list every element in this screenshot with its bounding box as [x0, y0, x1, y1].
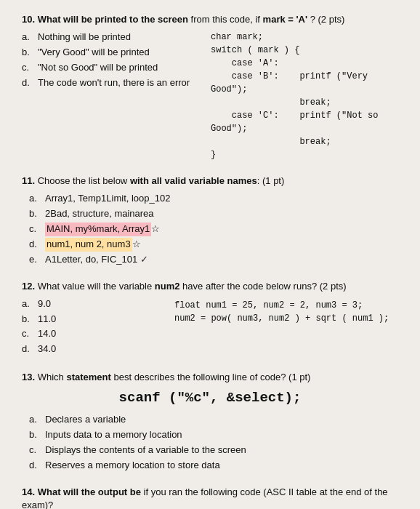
q13-pre: Which [38, 372, 67, 382]
code-line: break; [211, 135, 398, 148]
q13-bold: statement [66, 372, 110, 382]
option-letter: d. [22, 76, 38, 90]
q13-options: a. Declares a variable b. Inputs data to… [22, 413, 398, 472]
q10-number: 10. [22, 14, 38, 25]
list-item: e. A1Letter, do, FIC_101 ✓ [29, 253, 398, 267]
code-line: num2 = pow( num3, num2 ) + sqrt ( num1 )… [174, 312, 398, 326]
option-letter: c. [22, 61, 38, 75]
option-star: ☆ [132, 238, 141, 252]
q12-pre: What value will the variable [38, 281, 155, 292]
option-letter: c. [29, 223, 45, 236]
code-line: case 'C': printf ("Not so Good"); [211, 109, 398, 135]
q11-pts: : (1 pt) [257, 175, 285, 186]
list-item: c. "Not so Good" will be printed [22, 61, 211, 75]
q10-bold: What will be printed to the screen [38, 14, 188, 25]
option-letter: c. [22, 327, 38, 341]
option-text-highlighted: num1, num 2, num3 [45, 238, 132, 252]
code-line: break; [211, 96, 398, 109]
option-text: "Not so Good" will be printed [38, 61, 158, 75]
q10-options: a. Nothing will be printed b. "Very Good… [22, 31, 211, 91]
q12-body: a. 9.0 b. 11.0 c. 14.0 d. 34.0 float num… [22, 297, 398, 358]
list-item: c. 14.0 [22, 327, 167, 341]
option-letter: e. [29, 253, 45, 267]
option-letter: a. [22, 31, 38, 44]
option-text: "Very Good" will be printed [38, 46, 150, 60]
q10-normal: from this code, if [188, 14, 263, 25]
option-text: Array1, Temp1Limit, loop_102 [45, 192, 170, 206]
option-star: ☆ [151, 223, 160, 236]
q12-post: have after the code below runs? (2 pts) [180, 281, 347, 292]
list-item: a. Nothing will be printed [22, 31, 211, 44]
q11-title: 11. Choose the list below with all valid… [22, 175, 398, 188]
option-letter: b. [29, 428, 45, 442]
question-11: 11. Choose the list below with all valid… [22, 175, 398, 266]
option-text: A1Letter, do, FIC_101 [45, 253, 137, 267]
list-item: d. The code won't run, there is an error [22, 76, 211, 90]
option-text: 2Bad, structure, mainarea [45, 207, 154, 221]
q11-pre: Choose the list below [38, 175, 130, 186]
q11-options: a. Array1, Temp1Limit, loop_102 b. 2Bad,… [22, 192, 398, 266]
q11-bold: with all valid variable names [130, 175, 257, 186]
list-item: d. 34.0 [22, 342, 167, 356]
option-text: 34.0 [38, 342, 56, 356]
list-item: d. num1, num 2, num3 ☆ [29, 238, 398, 252]
option-letter: a. [29, 192, 45, 206]
option-letter: a. [29, 413, 45, 427]
q10-mark: mark = 'A' [263, 14, 307, 25]
option-text: Nothing will be printed [38, 31, 131, 44]
q10-pts: ? (2 pts) [307, 14, 344, 25]
option-letter: c. [29, 444, 45, 457]
question-14: 14. What will the output be if you ran t… [22, 486, 398, 509]
list-item: b. 11.0 [22, 313, 167, 326]
list-item: b. 2Bad, structure, mainarea [29, 207, 398, 221]
q12-options: a. 9.0 b. 11.0 c. 14.0 d. 34.0 [22, 297, 167, 358]
list-item: c. MAIN, my%mark, Array1 ☆ [29, 223, 398, 236]
option-letter: d. [29, 238, 45, 252]
option-text: 14.0 [38, 327, 56, 341]
option-letter: b. [22, 46, 38, 60]
q13-post: best describes the following line of cod… [111, 372, 311, 382]
option-text: 9.0 [38, 297, 51, 311]
list-item: b. "Very Good" will be printed [22, 46, 211, 60]
q10-code: char mark; switch ( mark ) { case 'A': c… [211, 31, 398, 161]
code-line: case 'B': printf ("Very Good"); [211, 70, 398, 96]
option-letter: d. [22, 342, 38, 356]
code-line: float num1 = 25, num2 = 2, num3 = 3; [174, 299, 398, 313]
q12-var: num2 [155, 281, 180, 292]
q12-code: float num1 = 25, num2 = 2, num3 = 3; num… [174, 299, 398, 358]
option-letter: b. [22, 313, 38, 326]
list-item: b. Inputs data to a memory location [29, 428, 398, 442]
q14-title: 14. What will the output be if you ran t… [22, 486, 398, 509]
q10-title: 10. What will be printed to the screen f… [22, 13, 398, 26]
checkmark-icon: ✓ [137, 253, 148, 267]
scanf-display: scanf ("%c", &select); [22, 390, 398, 406]
list-item: c. Displays the contents of a variable t… [29, 444, 398, 457]
list-item: a. Declares a variable [29, 413, 398, 427]
q13-title: 13. Which statement best describes the f… [22, 371, 398, 384]
option-text: Inputs data to a memory location [45, 428, 182, 442]
option-text: Reserves a memory location to store data [45, 459, 220, 473]
list-item: a. Array1, Temp1Limit, loop_102 [29, 192, 398, 206]
code-line: char mark; [211, 31, 398, 44]
code-line: case 'A': [211, 57, 398, 70]
option-text: Displays the contents of a variable to t… [45, 444, 246, 457]
option-text: The code won't run, there is an error [38, 76, 190, 90]
option-letter: a. [22, 297, 38, 311]
question-13: 13. Which statement best describes the f… [22, 371, 398, 473]
code-line: switch ( mark ) { [211, 44, 398, 57]
option-letter: b. [29, 207, 45, 221]
option-text: Declares a variable [45, 413, 126, 427]
list-item: a. 9.0 [22, 297, 167, 311]
question-10: 10. What will be printed to the screen f… [22, 13, 398, 161]
option-text-highlighted: MAIN, my%mark, Array1 [45, 223, 151, 236]
q12-title: 12. What value will the variable num2 ha… [22, 280, 398, 293]
q14-bold: What will the output be [38, 486, 141, 497]
option-letter: d. [29, 459, 45, 473]
option-text: 11.0 [38, 313, 56, 326]
question-12: 12. What value will the variable num2 ha… [22, 280, 398, 358]
list-item: d. Reserves a memory location to store d… [29, 459, 398, 473]
code-line: } [211, 148, 398, 161]
